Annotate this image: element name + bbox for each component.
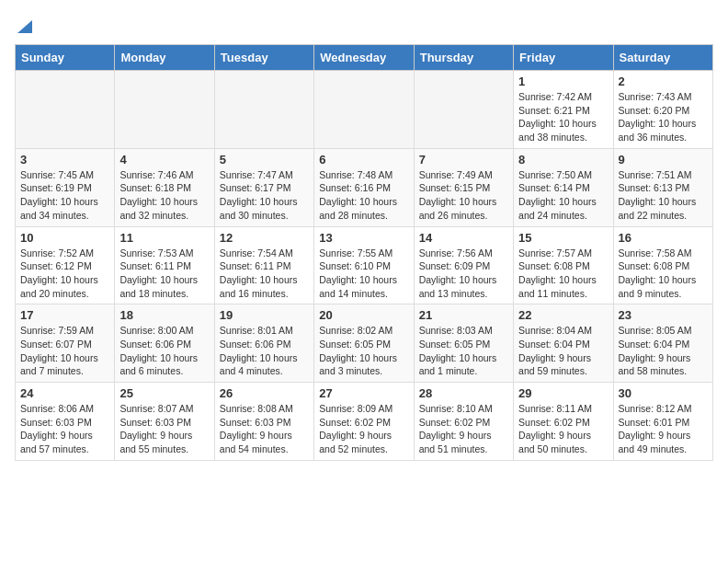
calendar-table: SundayMondayTuesdayWednesdayThursdayFrid… <box>15 44 713 461</box>
day-info: Sunrise: 8:09 AMSunset: 6:02 PMDaylight:… <box>319 402 408 456</box>
day-number: 29 <box>518 386 608 400</box>
day-info: Sunrise: 7:47 AMSunset: 6:17 PMDaylight:… <box>220 168 309 223</box>
day-info: Sunrise: 8:11 AMSunset: 6:02 PMDaylight:… <box>518 402 608 456</box>
calendar-cell: 18Sunrise: 8:00 AMSunset: 6:06 PMDayligh… <box>115 304 214 383</box>
day-number: 24 <box>20 386 109 400</box>
calendar-week-row: 3Sunrise: 7:45 AMSunset: 6:19 PMDaylight… <box>16 148 713 226</box>
calendar-cell <box>314 71 414 149</box>
day-number: 30 <box>619 386 708 400</box>
calendar-week-row: 17Sunrise: 7:59 AMSunset: 6:07 PMDayligh… <box>16 304 713 383</box>
day-info: Sunrise: 8:03 AMSunset: 6:05 PMDaylight:… <box>419 324 508 378</box>
day-info: Sunrise: 7:48 AMSunset: 6:16 PMDaylight:… <box>319 168 408 223</box>
calendar-cell: 4Sunrise: 7:46 AMSunset: 6:18 PMDaylight… <box>115 148 214 226</box>
day-info: Sunrise: 7:58 AMSunset: 6:08 PMDaylight:… <box>619 247 708 301</box>
day-number: 6 <box>319 153 408 167</box>
calendar-cell: 3Sunrise: 7:45 AMSunset: 6:19 PMDaylight… <box>16 148 115 226</box>
day-info: Sunrise: 7:57 AMSunset: 6:08 PMDaylight:… <box>518 247 608 301</box>
day-number: 20 <box>319 308 408 322</box>
calendar-cell: 27Sunrise: 8:09 AMSunset: 6:02 PMDayligh… <box>314 383 414 461</box>
logo-triangle-icon <box>17 17 32 33</box>
day-info: Sunrise: 8:08 AMSunset: 6:03 PMDaylight:… <box>220 402 309 456</box>
day-number: 16 <box>619 231 708 245</box>
calendar-cell: 13Sunrise: 7:55 AMSunset: 6:10 PMDayligh… <box>314 226 414 304</box>
day-number: 25 <box>119 386 209 400</box>
day-number: 4 <box>119 153 209 167</box>
day-info: Sunrise: 8:04 AMSunset: 6:04 PMDaylight:… <box>518 324 608 378</box>
logo <box>15 15 32 33</box>
day-number: 10 <box>20 231 109 245</box>
day-number: 26 <box>220 386 309 400</box>
calendar-cell <box>16 71 115 149</box>
day-number: 23 <box>619 308 708 322</box>
day-number: 9 <box>619 153 708 167</box>
calendar-cell: 30Sunrise: 8:12 AMSunset: 6:01 PMDayligh… <box>613 383 712 461</box>
page-header <box>15 15 713 33</box>
calendar-cell: 9Sunrise: 7:51 AMSunset: 6:13 PMDaylight… <box>613 148 712 226</box>
day-number: 18 <box>119 308 209 322</box>
calendar-cell: 5Sunrise: 7:47 AMSunset: 6:17 PMDaylight… <box>214 148 313 226</box>
calendar-cell: 21Sunrise: 8:03 AMSunset: 6:05 PMDayligh… <box>414 304 513 383</box>
calendar-header-row: SundayMondayTuesdayWednesdayThursdayFrid… <box>16 45 713 71</box>
calendar-cell: 25Sunrise: 8:07 AMSunset: 6:03 PMDayligh… <box>115 383 214 461</box>
day-info: Sunrise: 7:49 AMSunset: 6:15 PMDaylight:… <box>419 168 508 223</box>
day-info: Sunrise: 8:05 AMSunset: 6:04 PMDaylight:… <box>619 324 708 378</box>
day-number: 15 <box>518 231 608 245</box>
calendar-cell: 11Sunrise: 7:53 AMSunset: 6:11 PMDayligh… <box>115 226 214 304</box>
weekday-header-thursday: Thursday <box>414 45 513 71</box>
calendar-cell: 1Sunrise: 7:42 AMSunset: 6:21 PMDaylight… <box>514 71 613 149</box>
day-info: Sunrise: 8:12 AMSunset: 6:01 PMDaylight:… <box>619 402 708 456</box>
day-number: 7 <box>419 153 508 167</box>
weekday-header-sunday: Sunday <box>16 45 115 71</box>
day-info: Sunrise: 7:53 AMSunset: 6:11 PMDaylight:… <box>119 247 209 301</box>
day-number: 14 <box>419 231 508 245</box>
day-number: 28 <box>419 386 508 400</box>
calendar-cell: 12Sunrise: 7:54 AMSunset: 6:11 PMDayligh… <box>214 226 313 304</box>
calendar-cell: 20Sunrise: 8:02 AMSunset: 6:05 PMDayligh… <box>314 304 414 383</box>
calendar-week-row: 24Sunrise: 8:06 AMSunset: 6:03 PMDayligh… <box>16 383 713 461</box>
calendar-cell: 23Sunrise: 8:05 AMSunset: 6:04 PMDayligh… <box>613 304 712 383</box>
day-info: Sunrise: 7:51 AMSunset: 6:13 PMDaylight:… <box>619 168 708 223</box>
weekday-header-friday: Friday <box>514 45 613 71</box>
weekday-header-wednesday: Wednesday <box>314 45 414 71</box>
calendar-cell: 17Sunrise: 7:59 AMSunset: 6:07 PMDayligh… <box>16 304 115 383</box>
weekday-header-monday: Monday <box>115 45 214 71</box>
day-info: Sunrise: 7:56 AMSunset: 6:09 PMDaylight:… <box>419 247 508 301</box>
calendar-cell <box>115 71 214 149</box>
calendar-week-row: 1Sunrise: 7:42 AMSunset: 6:21 PMDaylight… <box>16 71 713 149</box>
day-info: Sunrise: 8:00 AMSunset: 6:06 PMDaylight:… <box>119 324 209 378</box>
calendar-cell: 7Sunrise: 7:49 AMSunset: 6:15 PMDaylight… <box>414 148 513 226</box>
day-info: Sunrise: 7:55 AMSunset: 6:10 PMDaylight:… <box>319 247 408 301</box>
day-number: 27 <box>319 386 408 400</box>
day-info: Sunrise: 7:54 AMSunset: 6:11 PMDaylight:… <box>220 247 309 301</box>
calendar-cell: 8Sunrise: 7:50 AMSunset: 6:14 PMDaylight… <box>514 148 613 226</box>
day-info: Sunrise: 8:02 AMSunset: 6:05 PMDaylight:… <box>319 324 408 378</box>
calendar-cell: 15Sunrise: 7:57 AMSunset: 6:08 PMDayligh… <box>514 226 613 304</box>
day-info: Sunrise: 8:06 AMSunset: 6:03 PMDaylight:… <box>20 402 109 456</box>
calendar-cell: 26Sunrise: 8:08 AMSunset: 6:03 PMDayligh… <box>214 383 313 461</box>
day-info: Sunrise: 7:52 AMSunset: 6:12 PMDaylight:… <box>20 247 109 301</box>
calendar-cell: 24Sunrise: 8:06 AMSunset: 6:03 PMDayligh… <box>16 383 115 461</box>
weekday-header-tuesday: Tuesday <box>214 45 313 71</box>
calendar-cell: 6Sunrise: 7:48 AMSunset: 6:16 PMDaylight… <box>314 148 414 226</box>
svg-marker-0 <box>17 20 32 33</box>
calendar-cell <box>214 71 313 149</box>
day-number: 22 <box>518 308 608 322</box>
calendar-cell: 29Sunrise: 8:11 AMSunset: 6:02 PMDayligh… <box>514 383 613 461</box>
calendar-cell <box>414 71 513 149</box>
calendar-cell: 10Sunrise: 7:52 AMSunset: 6:12 PMDayligh… <box>16 226 115 304</box>
day-info: Sunrise: 7:42 AMSunset: 6:21 PMDaylight:… <box>518 90 608 144</box>
day-info: Sunrise: 8:07 AMSunset: 6:03 PMDaylight:… <box>119 402 209 456</box>
day-number: 3 <box>20 153 109 167</box>
calendar-cell: 19Sunrise: 8:01 AMSunset: 6:06 PMDayligh… <box>214 304 313 383</box>
calendar-cell: 2Sunrise: 7:43 AMSunset: 6:20 PMDaylight… <box>613 71 712 149</box>
day-number: 17 <box>20 308 109 322</box>
day-number: 1 <box>518 75 608 88</box>
day-number: 13 <box>319 231 408 245</box>
day-info: Sunrise: 8:10 AMSunset: 6:02 PMDaylight:… <box>419 402 508 456</box>
day-info: Sunrise: 7:46 AMSunset: 6:18 PMDaylight:… <box>119 168 209 223</box>
calendar-cell: 16Sunrise: 7:58 AMSunset: 6:08 PMDayligh… <box>613 226 712 304</box>
day-info: Sunrise: 7:59 AMSunset: 6:07 PMDaylight:… <box>20 324 109 378</box>
calendar-cell: 28Sunrise: 8:10 AMSunset: 6:02 PMDayligh… <box>414 383 513 461</box>
calendar-week-row: 10Sunrise: 7:52 AMSunset: 6:12 PMDayligh… <box>16 226 713 304</box>
weekday-header-saturday: Saturday <box>613 45 712 71</box>
